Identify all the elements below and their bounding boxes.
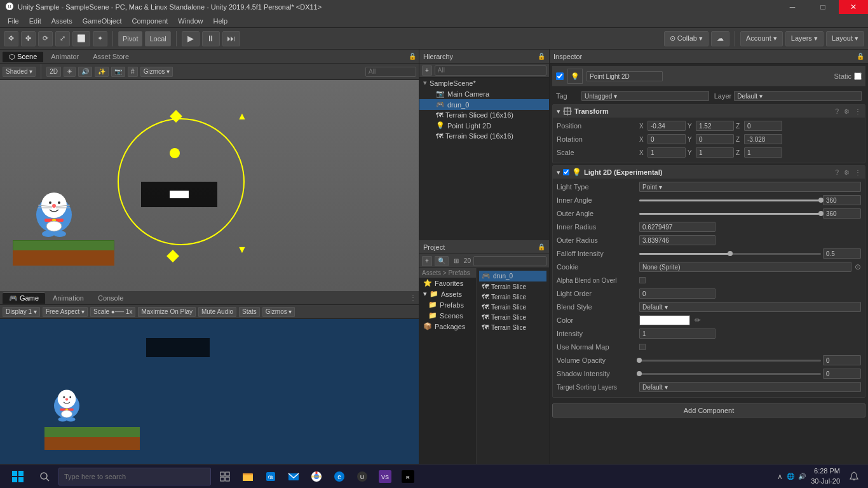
project-search-input[interactable] <box>473 256 546 266</box>
project-scenes[interactable]: 📁 Scenes <box>419 310 476 321</box>
aspect-dropdown[interactable]: Free Aspect ▾ <box>43 307 88 317</box>
stats-btn[interactable]: Stats <box>239 307 260 317</box>
minimize-button[interactable]: ─ <box>778 0 807 14</box>
shadow-intensity-slider[interactable] <box>639 373 821 375</box>
rider-icon[interactable]: R <box>399 468 417 485</box>
scene-view[interactable]: ▲ ▼ <box>0 80 419 291</box>
color-swatch[interactable] <box>639 315 690 325</box>
chrome-icon[interactable] <box>308 468 325 485</box>
unity-hub-icon[interactable]: U <box>353 468 371 485</box>
scale-tool-button[interactable]: ⤢ <box>55 31 70 46</box>
object-active-checkbox[interactable] <box>556 72 564 80</box>
play-button[interactable]: ▶ <box>182 31 200 46</box>
transform-help[interactable]: ? <box>835 108 839 115</box>
pos-z-input[interactable] <box>744 121 782 131</box>
transform-handle-bottom[interactable] <box>166 250 179 262</box>
store-icon[interactable]: 🛍 <box>262 468 280 485</box>
pos-y-input[interactable] <box>696 121 734 131</box>
show-hidden-icon[interactable]: ∧ <box>777 472 783 481</box>
taskbar-clock[interactable]: 6:28 PM 30-Jul-20 <box>811 466 840 486</box>
tab-animation[interactable]: Animation <box>46 293 90 303</box>
layer-dropdown[interactable]: Default ▾ <box>734 91 862 101</box>
light2d-header[interactable]: ▾ 💡 Light 2D (Experimental) ? ⚙ ⋮ <box>553 166 865 179</box>
outer-angle-slider[interactable] <box>639 213 821 215</box>
tab-scene[interactable]: ⬡ Scene <box>3 51 43 62</box>
rot-x-input[interactable] <box>648 134 686 144</box>
outer-angle-thumb[interactable] <box>818 211 824 216</box>
project-file-terrain3[interactable]: 🗺 Terrain Slice <box>479 302 546 312</box>
object-icon[interactable]: 💡 <box>567 69 583 84</box>
shading-dropdown[interactable]: Shaded ▾ <box>3 67 36 77</box>
hierarchy-item-pointlight[interactable]: 💡 Point Light 2D <box>419 120 549 131</box>
visual-studio-icon[interactable]: VS <box>376 468 394 485</box>
search-taskbar[interactable] <box>36 468 53 485</box>
local-button[interactable]: Local <box>145 31 170 46</box>
edge-icon[interactable]: e <box>330 468 348 485</box>
intensity-input[interactable] <box>639 329 715 339</box>
network-icon[interactable]: 🌐 <box>787 473 794 480</box>
project-add-btn[interactable]: + <box>422 256 432 266</box>
menu-window[interactable]: Window <box>173 16 208 26</box>
project-file-terrain2[interactable]: 🗺 Terrain Slice <box>479 292 546 302</box>
menu-component[interactable]: Component <box>126 16 173 26</box>
target-sort-dropdown[interactable]: Default ▾ <box>639 382 861 392</box>
rect-tool-button[interactable]: ⬜ <box>72 31 90 46</box>
scale-z-input[interactable] <box>744 147 782 158</box>
inner-angle-slider[interactable] <box>639 200 821 201</box>
scale-control[interactable]: Scale ●── 1x <box>90 307 135 317</box>
object-name-input[interactable] <box>587 71 663 81</box>
scene-camera-button[interactable]: 📷 <box>111 67 125 77</box>
task-view-button[interactable] <box>216 468 234 485</box>
layout-button[interactable]: Layout ▾ <box>826 31 864 46</box>
transform-tool-button[interactable]: ✦ <box>93 31 107 46</box>
hierarchy-add-btn[interactable]: + <box>422 65 432 76</box>
normal-map-checkbox[interactable] <box>639 344 646 350</box>
color-picker-icon[interactable]: ✏ <box>695 316 701 325</box>
hierarchy-scene-root[interactable]: ▾ SampleScene* <box>419 78 549 88</box>
menu-edit[interactable]: Edit <box>24 16 46 26</box>
rot-y-input[interactable] <box>696 134 734 144</box>
file-explorer-icon[interactable] <box>239 468 257 485</box>
grid-button[interactable]: # <box>128 67 138 77</box>
light2d-help[interactable]: ? <box>835 169 839 176</box>
maximize-on-play-btn[interactable]: Maximize On Play <box>138 307 196 317</box>
cookie-target-icon[interactable]: ⊙ <box>855 262 861 271</box>
falloff-input[interactable] <box>823 248 861 259</box>
scene-search-input[interactable] <box>365 67 416 77</box>
shadow-intensity-thumb[interactable] <box>637 371 642 376</box>
taskbar-search-input[interactable] <box>58 468 211 485</box>
falloff-slider[interactable] <box>639 253 821 255</box>
hierarchy-item-terrain1[interactable]: 🗺 Terrain Sliced (16x16) <box>419 110 549 120</box>
transform-header[interactable]: ▾ Transform ? ⚙ ⋮ <box>553 105 865 118</box>
hierarchy-item-drun[interactable]: 🎮 drun_0 <box>419 99 549 110</box>
inner-radius-input[interactable] <box>639 222 715 232</box>
inner-angle-input[interactable] <box>823 195 861 205</box>
menu-file[interactable]: File <box>3 16 24 26</box>
move-tool-button[interactable]: ✤ <box>21 31 36 46</box>
account-button[interactable]: Account ▾ <box>740 31 783 46</box>
blend-style-dropdown[interactable]: Default ▾ <box>639 302 861 312</box>
outer-angle-input[interactable] <box>823 208 861 219</box>
add-component-button[interactable]: Add Component <box>552 403 865 417</box>
hierarchy-item-terrain2[interactable]: 🗺 Terrain Sliced (16x16) <box>419 131 549 141</box>
alpha-blend-checkbox[interactable] <box>639 277 646 283</box>
scale-x-input[interactable] <box>648 147 686 158</box>
project-packages[interactable]: 📦 Packages <box>419 321 476 332</box>
menu-gameobject[interactable]: GameObject <box>78 16 127 26</box>
fx-button[interactable]: ✨ <box>95 67 109 77</box>
light-type-dropdown[interactable]: Point ▾ <box>639 182 861 192</box>
volume-opacity-input[interactable] <box>823 355 861 365</box>
project-file-terrain1[interactable]: 🗺 Terrain Slice <box>479 281 546 292</box>
tab-game[interactable]: 🎮 Game <box>3 292 45 304</box>
light2d-menu[interactable]: ⋮ <box>855 169 861 176</box>
project-file-terrain4[interactable]: 🗺 Terrain Slice <box>479 312 546 322</box>
step-button[interactable]: ⏭ <box>222 31 240 46</box>
scale-y-input[interactable] <box>696 147 734 158</box>
hierarchy-search[interactable] <box>435 65 546 76</box>
rotate-tool-button[interactable]: ⟳ <box>38 31 53 46</box>
tab-animator[interactable]: Animator <box>44 51 85 62</box>
falloff-thumb[interactable] <box>728 251 733 256</box>
volume-opacity-slider[interactable] <box>639 360 821 362</box>
shadow-intensity-input[interactable] <box>823 369 861 379</box>
gizmos-dropdown[interactable]: Gizmos ▾ <box>140 67 173 77</box>
